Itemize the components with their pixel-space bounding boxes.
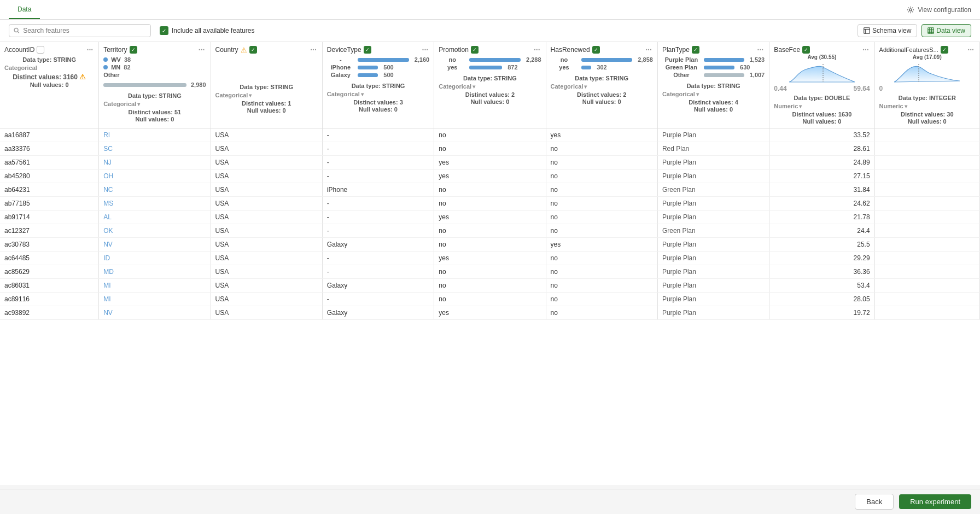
search-icon: [14, 27, 20, 34]
cell-country: USA: [211, 183, 322, 197]
cell-promotion: no: [434, 183, 546, 197]
cell-plantype: Green Plan: [657, 224, 769, 238]
cell-additionalfeatures: [874, 142, 979, 156]
search-box[interactable]: [9, 24, 151, 37]
cell-accountid: ab91714: [0, 211, 99, 224]
cell-basefee: 29.29: [769, 252, 874, 265]
cell-devicetype: -: [322, 224, 434, 238]
cell-accountid: ac64485: [0, 252, 99, 265]
cell-promotion: no: [434, 197, 546, 211]
cell-promotion: no: [434, 142, 546, 156]
col-check-devicetype[interactable]: ✓: [364, 46, 371, 54]
cell-promotion: yes: [434, 252, 546, 265]
cell-accountid: ab77185: [0, 197, 99, 211]
col-check-accountid[interactable]: [37, 46, 44, 54]
cell-accountid: ac93892: [0, 306, 99, 320]
data-table-container[interactable]: AccountID ··· Data type: STRING Categori…: [0, 42, 980, 485]
cell-accountid: aa33376: [0, 142, 99, 156]
col-check-territory[interactable]: ✓: [130, 46, 137, 54]
col-menu-promotion[interactable]: ···: [533, 45, 541, 54]
cell-promotion: no: [434, 293, 546, 306]
cell-additionalfeatures: [874, 293, 979, 306]
cell-basefee: 28.05: [769, 293, 874, 306]
cell-additionalfeatures: [874, 183, 979, 197]
table-row: aa33376SCUSA-nonoRed Plan28.61: [0, 142, 980, 156]
table-row: ac93892NVUSAGalaxyyesnoPurple Plan19.72: [0, 306, 980, 320]
additionalfeatures-chart: [894, 61, 960, 83]
cell-plantype: Purple Plan: [657, 306, 769, 320]
gear-icon: [907, 6, 914, 14]
cell-additionalfeatures: [874, 265, 979, 279]
view-config-button[interactable]: View configuration: [907, 6, 971, 14]
col-menu-basefee[interactable]: ···: [861, 45, 870, 54]
cell-territory: NC: [99, 183, 211, 197]
cell-country: USA: [211, 156, 322, 170]
col-menu-devicetype[interactable]: ···: [421, 45, 430, 54]
cell-territory: AL: [99, 211, 211, 224]
col-check-hasrenewed[interactable]: ✓: [592, 46, 600, 54]
include-all-toggle[interactable]: ✓ Include all available features: [160, 26, 254, 35]
cell-additionalfeatures: [874, 306, 979, 320]
table-row: ac86031MIUSAGalaxynonoPurple Plan53.4: [0, 279, 980, 293]
cell-devicetype: -: [322, 170, 434, 183]
cell-country: USA: [211, 211, 322, 224]
cell-basefee: 33.52: [769, 128, 874, 142]
cell-accountid: ac12327: [0, 224, 99, 238]
cell-country: USA: [211, 279, 322, 293]
cell-hasrenewed: no: [546, 252, 657, 265]
top-bar: Data View configuration: [0, 0, 980, 20]
cell-devicetype: Galaxy: [322, 279, 434, 293]
table-row: ac64485IDUSA-yesnoPurple Plan29.29: [0, 252, 980, 265]
cell-devicetype: -: [322, 156, 434, 170]
warn-icon-country: ⚠: [241, 46, 247, 54]
cell-territory: NJ: [99, 156, 211, 170]
col-menu-plantype[interactable]: ···: [756, 45, 765, 54]
table-row: aa57561NJUSA-yesnoPurple Plan24.89: [0, 156, 980, 170]
table-row: ac12327OKUSA-nonoGreen Plan24.4: [0, 224, 980, 238]
cell-plantype: Purple Plan: [657, 279, 769, 293]
col-header-territory: Territory ✓ ··· WV 38: [99, 42, 211, 128]
tab-data[interactable]: Data: [9, 0, 40, 19]
col-header-country: Country ⚠ ✓ ··· Data type: STRING Catego…: [211, 42, 322, 128]
cell-plantype: Purple Plan: [657, 170, 769, 183]
col-menu-additionalfeatures[interactable]: ···: [966, 45, 975, 54]
col-menu-accountid[interactable]: ···: [86, 45, 95, 54]
cell-accountid: ac86031: [0, 279, 99, 293]
cell-hasrenewed: yes: [546, 128, 657, 142]
col-check-basefee[interactable]: ✓: [802, 46, 810, 54]
cell-promotion: no: [434, 224, 546, 238]
col-menu-country[interactable]: ···: [309, 45, 318, 54]
cell-devicetype: -: [322, 293, 434, 306]
cell-hasrenewed: no: [546, 170, 657, 183]
data-view-button[interactable]: Data view: [921, 24, 971, 37]
include-all-checkbox[interactable]: ✓: [160, 26, 168, 35]
cell-devicetype: -: [322, 197, 434, 211]
cell-country: USA: [211, 252, 322, 265]
table-row: ab45280OHUSA-yesnoPurple Plan27.15: [0, 170, 980, 183]
cell-promotion: yes: [434, 156, 546, 170]
search-input[interactable]: [23, 27, 146, 34]
cell-promotion: yes: [434, 170, 546, 183]
col-menu-hasrenewed[interactable]: ···: [644, 45, 653, 54]
cell-territory: NV: [99, 238, 211, 252]
col-check-plantype[interactable]: ✓: [692, 46, 699, 54]
cell-additionalfeatures: [874, 128, 979, 142]
col-check-country[interactable]: ✓: [249, 46, 257, 54]
cell-territory: OK: [99, 224, 211, 238]
cell-accountid: ac89116: [0, 293, 99, 306]
cell-basefee: 24.62: [769, 197, 874, 211]
col-check-additionalfeatures[interactable]: ✓: [941, 46, 948, 54]
col-menu-territory[interactable]: ···: [197, 45, 206, 54]
cell-plantype: Purple Plan: [657, 197, 769, 211]
cell-plantype: Purple Plan: [657, 252, 769, 265]
table-row: ac30783NVUSAGalaxynoyesPurple Plan25.5: [0, 238, 980, 252]
cell-territory: NV: [99, 306, 211, 320]
cell-country: USA: [211, 306, 322, 320]
col-header-promotion: Promotion ✓ ··· no 2,288: [434, 42, 546, 128]
cell-territory: MI: [99, 279, 211, 293]
warn-icon-accountid: ⚠: [79, 73, 86, 81]
cell-plantype: Green Plan: [657, 183, 769, 197]
schema-view-button[interactable]: Schema view: [858, 24, 917, 37]
col-check-promotion[interactable]: ✓: [471, 46, 479, 54]
cell-basefee: 24.4: [769, 224, 874, 238]
